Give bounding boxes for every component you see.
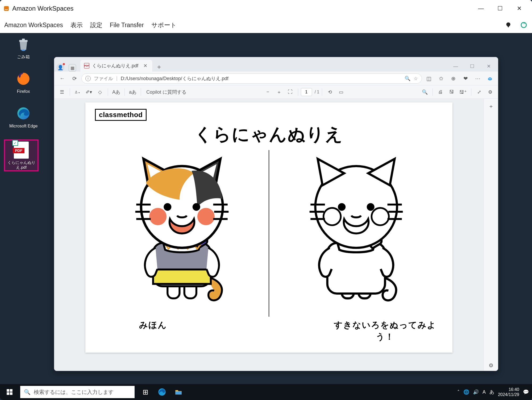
pdf-page-view-icon[interactable]: ▭ [336, 87, 346, 97]
back-button[interactable]: ← [57, 73, 68, 84]
site-info-icon[interactable]: i [85, 76, 91, 81]
menu-support[interactable]: サポート [151, 21, 177, 29]
search-in-page-icon[interactable]: 🔍 [405, 76, 410, 81]
browser-essentials-icon[interactable]: ❤ [460, 73, 471, 84]
clock-date: 2024/11/29 [498, 392, 519, 397]
svg-rect-25 [7, 392, 9, 395]
brand-logo: classmethod [95, 109, 147, 121]
edge-minimize-button[interactable]: — [448, 61, 463, 72]
pdf-copilot-button[interactable]: Copilot に質問する [144, 87, 189, 97]
pdf-file-icon: ✓ [13, 142, 30, 159]
clock-time: 16:40 [498, 387, 519, 392]
remote-desktop[interactable]: ごみ箱 Firefox Microsoft Edge ✓ くらにゃんぬりえ.pd… [0, 33, 532, 400]
profile-button[interactable]: 👤 [56, 64, 64, 72]
svg-rect-24 [10, 389, 13, 392]
address-bar[interactable]: i ファイル | D:/Users/nobunaga/Desktop/くらにゃん… [81, 73, 422, 84]
sidebar-add-icon[interactable]: ＋ [486, 101, 496, 112]
tray-chevron-icon[interactable]: ˄ [457, 389, 460, 395]
desktop-icon-label: くらにゃんぬりえ.pdf [6, 160, 37, 170]
maximize-button[interactable]: ☐ [491, 2, 510, 15]
pdf-page-input[interactable] [301, 88, 312, 96]
browser-tab[interactable]: PDF くらにゃんぬりえ.pdf ✕ [80, 60, 152, 72]
pdf-print-icon[interactable]: 🖨 [435, 87, 446, 97]
recycle-bin-icon [15, 36, 32, 53]
pdf-find-icon[interactable]: 🔍 [420, 87, 430, 97]
tray-network-icon[interactable]: 🌐 [463, 389, 469, 395]
workspaces-titlebar[interactable]: Amazon WorkSpaces — ☐ ✕ [0, 0, 532, 17]
desktop-icon-label: Microsoft Edge [7, 123, 39, 129]
refresh-icon[interactable] [520, 21, 528, 29]
pdf-rotate-icon[interactable]: ⟲ [325, 87, 335, 97]
menu-file-transfer[interactable]: File Transfer [110, 22, 144, 29]
tray-volume-icon[interactable]: 🔊 [473, 389, 479, 395]
connection-icon[interactable] [504, 21, 512, 29]
pdf-read-aloud-icon[interactable]: aあ [127, 87, 138, 97]
pdf-save-icon[interactable]: 🖫 [447, 87, 457, 97]
tray-ime-icon[interactable]: あ [489, 389, 494, 395]
edge-close-button[interactable]: ✕ [481, 61, 496, 72]
workspaces-chip[interactable]: ▦ [69, 64, 76, 72]
desktop-icon-pdf-highlighted[interactable]: ✓ くらにゃんぬりえ.pdf [4, 139, 39, 171]
edge-icon [15, 105, 32, 122]
search-placeholder: 検索するには、ここに入力します [34, 389, 114, 396]
pdf-highlight-icon[interactable]: ⍋▾ [73, 87, 83, 97]
system-tray: ˄ 🌐 🔊 A あ 16:40 2024/11/29 💬 [454, 387, 532, 397]
edge-maximize-button[interactable]: ☐ [465, 61, 479, 72]
copilot-sidebar-icon[interactable] [485, 73, 495, 84]
svg-rect-26 [10, 392, 13, 395]
firefox-icon [15, 70, 32, 87]
workspaces-menubar: Amazon WorkSpaces 表示 設定 File Transfer サポ… [0, 17, 532, 33]
svg-rect-3 [22, 39, 25, 40]
pdf-erase-icon[interactable]: ◇ [95, 87, 105, 97]
menu-view[interactable]: 表示 [70, 21, 83, 29]
pdf-zoom-out-button[interactable]: − [263, 87, 273, 97]
pdf-zoom-in-button[interactable]: ＋ [274, 87, 284, 97]
svg-rect-28 [175, 391, 181, 395]
tray-clock[interactable]: 16:40 2024/11/29 [498, 387, 519, 397]
close-button[interactable]: ✕ [510, 2, 529, 15]
start-button[interactable] [0, 384, 19, 400]
reload-button[interactable]: ⟳ [69, 73, 80, 84]
favorite-star-icon[interactable]: ☆ [414, 76, 418, 81]
desktop-icon-recycle-bin[interactable]: ごみ箱 [7, 36, 39, 59]
svg-point-13 [197, 208, 214, 225]
tray-ime-indicator[interactable]: A [483, 389, 486, 395]
cat-sample-colored [95, 149, 269, 319]
pdf-page: classmethod くらにゃんぬりえ [85, 102, 452, 353]
search-icon: 🔍 [24, 389, 31, 395]
taskbar-explorer-icon[interactable] [171, 384, 186, 400]
menu-app[interactable]: Amazon WorkSpaces [4, 22, 63, 29]
collections-icon[interactable]: ⊕ [448, 73, 459, 84]
pdf-saveas-icon[interactable]: 🖫⁺ [458, 87, 468, 97]
tab-close-button[interactable]: ✕ [142, 62, 148, 69]
workspaces-logo-icon [3, 5, 10, 12]
pdf-fit-width-icon[interactable]: ⛶ [285, 87, 295, 97]
edge-window: 👤 ▦ PDF くらにゃんぬりえ.pdf ✕ ＋ — ☐ ✕ ← ⟳ i ファイ… [54, 57, 498, 371]
pdf-textsize-icon[interactable]: Aあ [111, 87, 122, 97]
url-scheme: ファイル [94, 75, 113, 82]
svg-point-6 [489, 78, 490, 79]
split-screen-icon[interactable]: ◫ [423, 73, 434, 84]
svg-rect-23 [7, 389, 9, 392]
task-view-icon[interactable]: ⊞ [138, 384, 153, 400]
pdf-contents-icon[interactable]: ☰ [57, 87, 67, 97]
menu-settings[interactable]: 設定 [90, 21, 102, 29]
pdf-fullscreen-icon[interactable]: ⤢ [474, 87, 484, 97]
favorites-icon[interactable]: ✩ [436, 73, 446, 84]
svg-rect-0 [4, 6, 9, 11]
edge-tab-strip: 👤 ▦ PDF くらにゃんぬりえ.pdf ✕ ＋ — ☐ ✕ [54, 57, 498, 72]
pdf-settings-icon[interactable]: ⚙ [485, 87, 495, 97]
taskbar-search[interactable]: 🔍 検索するには、ここに入力します [20, 386, 135, 398]
minimize-button[interactable]: — [471, 2, 491, 15]
desktop-icon-firefox[interactable]: Firefox [7, 70, 39, 94]
desktop-icon-edge[interactable]: Microsoft Edge [7, 105, 39, 129]
desktop-icon-label: ごみ箱 [7, 54, 39, 59]
taskbar-edge-icon[interactable] [154, 384, 170, 400]
pdf-viewport[interactable]: classmethod くらにゃんぬりえ [54, 99, 484, 371]
sidebar-settings-icon[interactable]: ⚙ [486, 360, 496, 371]
pdf-draw-icon[interactable]: ✐▾ [84, 87, 94, 97]
more-menu-icon[interactable]: ⋯ [472, 73, 483, 84]
pdf-title: くらにゃんぬりえ [95, 122, 443, 146]
tray-notifications-icon[interactable]: 💬 [523, 389, 529, 395]
new-tab-button[interactable]: ＋ [154, 62, 164, 72]
